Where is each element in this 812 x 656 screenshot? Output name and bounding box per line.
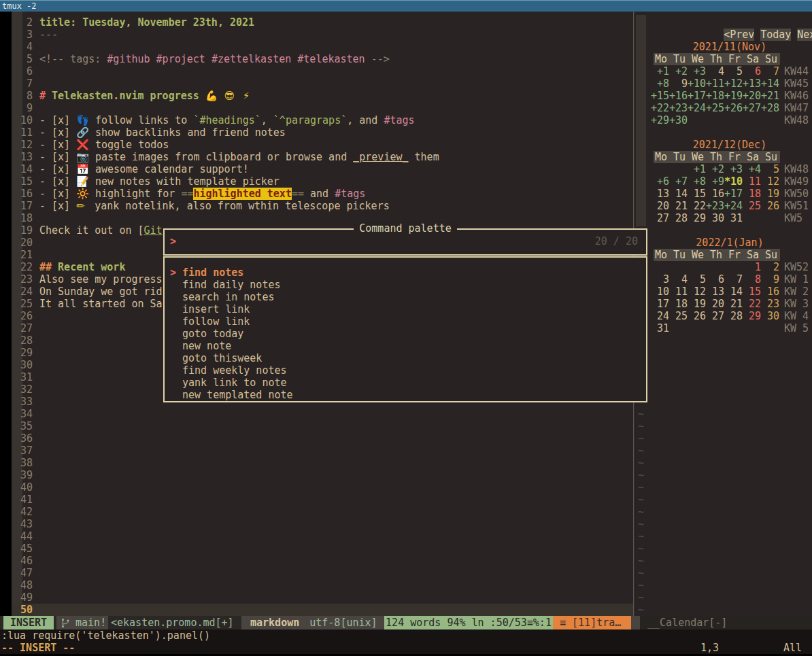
calendar-day-9[interactable]: 9 (669, 77, 688, 90)
calendar-day-20[interactable]: 20 (706, 298, 724, 310)
calendar-day-26[interactable]: 26 (688, 310, 706, 322)
calendar-day-3[interactable]: +3 (724, 163, 743, 175)
calendar-day-9[interactable]: +9 (706, 175, 724, 188)
palette-item-follow-link[interactable]: follow link (165, 315, 646, 328)
calendar-day-24[interactable]: 24 (651, 310, 669, 322)
calendar-day-2[interactable]: +2 (669, 65, 688, 77)
calendar-day-24[interactable]: +24 (688, 102, 706, 114)
calendar-day-26[interactable]: +26 (724, 102, 743, 114)
calendar-day-23[interactable]: 23 (761, 298, 779, 310)
calendar-day-13[interactable]: 13 (706, 286, 724, 298)
calendar-day-5[interactable]: 5 (688, 273, 706, 286)
calendar-day-28[interactable]: 28 (724, 310, 743, 322)
calendar-day-13[interactable]: +13 (743, 77, 761, 90)
calendar-day-21[interactable]: 21 (724, 298, 743, 310)
calendar-day-11[interactable]: +11 (706, 77, 724, 90)
calendar-day-28[interactable]: 28 (669, 212, 688, 224)
calendar-day-27[interactable]: +27 (743, 102, 761, 114)
calendar-day-15[interactable]: +15 (651, 90, 669, 102)
calendar-day-19[interactable]: +19 (724, 90, 743, 102)
calendar-day-22[interactable]: 22 (743, 298, 761, 310)
calendar-day-12[interactable]: +12 (724, 77, 743, 90)
calendar-day-16[interactable]: 16 (706, 188, 724, 200)
calendar-day-25[interactable]: +25 (706, 102, 724, 114)
calendar-day-15[interactable]: 15 (743, 286, 761, 298)
calendar-day-25[interactable]: 25 (743, 200, 761, 212)
calendar-day-29[interactable]: +29 (651, 114, 669, 126)
calendar-day-21[interactable]: 21 (669, 200, 688, 212)
calendar-day-30[interactable]: 30 (761, 310, 779, 322)
palette-item-new-note[interactable]: new note (165, 340, 646, 352)
palette-input-box[interactable]: > 20 / 20 (163, 228, 647, 256)
calendar-day-9[interactable]: 9 (761, 273, 779, 286)
calendar-day-12[interactable]: 12 (688, 286, 706, 298)
calendar-day-17[interactable]: +17 (688, 90, 706, 102)
calendar-day-4[interactable]: +4 (743, 163, 761, 175)
calendar-next-button[interactable]: Next> (797, 29, 812, 41)
calendar-day-1[interactable]: +1 (688, 163, 706, 175)
calendar-day-17[interactable]: 17 (651, 298, 669, 310)
calendar-prev-button[interactable]: <Prev (724, 29, 754, 41)
calendar-day-6[interactable]: 6 (743, 65, 761, 77)
calendar-day-10[interactable]: 10 (651, 286, 669, 298)
calendar-day-27[interactable]: 27 (706, 310, 724, 322)
calendar-day-5[interactable]: 5 (724, 65, 743, 77)
calendar-day-10[interactable]: +10 (688, 77, 706, 90)
calendar-day-4[interactable]: 4 (706, 65, 724, 77)
calendar-day-6[interactable]: 6 (706, 273, 724, 286)
calendar-day-18[interactable]: +18 (706, 90, 724, 102)
palette-item-search-in-notes[interactable]: search in notes (165, 291, 646, 303)
calendar-day-30[interactable]: 30 (706, 212, 724, 224)
calendar-day-14[interactable]: 14 (669, 188, 688, 200)
calendar-day-11[interactable]: 11 (669, 286, 688, 298)
palette-item-find-weekly-notes[interactable]: find weekly notes (165, 364, 646, 377)
calendar-day-3[interactable]: +3 (688, 65, 706, 77)
window-titlebar[interactable]: tmux -2 (0, 0, 812, 12)
calendar-day-7[interactable]: 7 (761, 65, 779, 77)
calendar-day-20[interactable]: 20 (651, 200, 669, 212)
command-line[interactable]: :lua require('telekasten').panel() (0, 629, 812, 642)
calendar-day-21[interactable]: +21 (761, 90, 779, 102)
calendar-day-16[interactable]: +16 (669, 90, 688, 102)
palette-item-insert-link[interactable]: insert link (165, 303, 646, 315)
calendar-day-25[interactable]: 25 (669, 310, 688, 322)
palette-item-new-templated-note[interactable]: new templated note (165, 389, 646, 401)
palette-item-find-notes[interactable]: >find notes (165, 266, 646, 279)
calendar-day-13[interactable]: 13 (651, 188, 669, 200)
palette-item-yank-link-to-note[interactable]: yank link to note (165, 377, 646, 389)
calendar-day-29[interactable]: 29 (743, 310, 761, 322)
calendar-day-18[interactable]: 18 (743, 188, 761, 200)
palette-item-goto-today[interactable]: goto today (165, 328, 646, 340)
calendar-day-8[interactable]: +8 (688, 175, 706, 188)
calendar-day-1[interactable]: +1 (651, 65, 669, 77)
calendar-day-27[interactable]: 27 (651, 212, 669, 224)
calendar-day-30[interactable]: +30 (669, 114, 688, 126)
calendar-day-7[interactable]: 7 (724, 273, 743, 286)
calendar-day-22[interactable]: +22 (651, 102, 669, 114)
calendar-day-1[interactable]: 1 (743, 261, 761, 273)
calendar-day-16[interactable]: 16 (761, 286, 779, 298)
palette-item-find-daily-notes[interactable]: find daily notes (165, 279, 646, 291)
calendar-day-18[interactable]: 18 (669, 298, 688, 310)
calendar-day-15[interactable]: 15 (688, 188, 706, 200)
calendar-today-button[interactable]: Today (760, 29, 791, 41)
calendar-day-31[interactable]: 31 (724, 212, 743, 224)
calendar-day-2[interactable]: 2 (761, 261, 779, 273)
calendar-day-24[interactable]: +24 (724, 200, 743, 212)
calendar-day-8[interactable]: 8 (743, 273, 761, 286)
palette-item-goto-thisweek[interactable]: goto thisweek (165, 352, 646, 364)
calendar-day-29[interactable]: 29 (688, 212, 706, 224)
calendar-day-22[interactable]: 22 (688, 200, 706, 212)
calendar-day-23[interactable]: +23 (706, 200, 724, 212)
calendar-day-31[interactable]: 31 (651, 322, 669, 334)
calendar-day-12[interactable]: 12 (761, 175, 779, 188)
calendar-day-10[interactable]: *10 (724, 175, 743, 188)
calendar-day-5[interactable]: 5 (761, 163, 779, 175)
calendar-day-6[interactable]: +6 (651, 175, 669, 188)
calendar-day-8[interactable]: +8 (651, 77, 669, 90)
calendar-day-7[interactable]: +7 (669, 175, 688, 188)
calendar-day-14[interactable]: +14 (761, 77, 779, 90)
calendar-day-11[interactable]: 11 (743, 175, 761, 188)
calendar-day-17[interactable]: +17 (724, 188, 743, 200)
calendar-day-2[interactable]: +2 (706, 163, 724, 175)
